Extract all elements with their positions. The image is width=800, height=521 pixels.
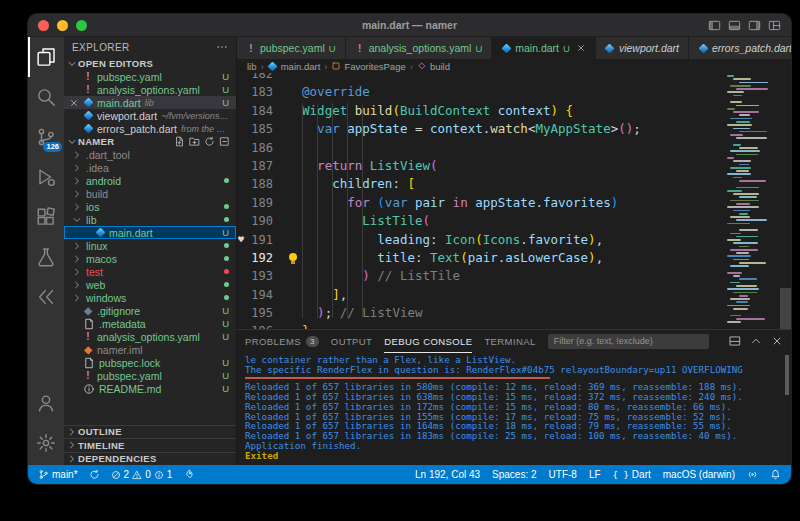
line-number[interactable]: 190 [237,212,281,230]
line-number[interactable]: 193 [237,267,281,285]
panel-scrollbar-thumb[interactable] [785,355,789,395]
os-indicator[interactable]: macOS (darwin) [663,469,735,480]
open-editor-item[interactable]: errors_patch.dart from the SDK [64,122,236,135]
problems-status[interactable]: 2 0 1 [111,469,173,480]
project-header[interactable]: NAMER [64,135,236,148]
breadcrumb-main.dart[interactable]: main.dart [268,61,321,72]
code-line[interactable]: @override [287,83,791,101]
tab-main.dart[interactable]: main.dart U [492,37,596,59]
open-editor-item[interactable]: ! pubspec.yaml U [64,70,236,83]
customize-layout-icon[interactable] [768,19,781,32]
code-content[interactable]: @override Widget build(BuildContext cont… [281,73,791,329]
minimap[interactable] [727,73,779,329]
panel-tab-output[interactable]: OUTPUT [331,330,372,353]
activity-files-icon[interactable] [28,37,64,77]
tree-item-.metadata[interactable]: .metadata U [64,317,236,330]
editor-scrollbar-thumb[interactable] [780,288,791,329]
line-number[interactable]: 188 [237,175,281,193]
tree-item-lib[interactable]: lib [64,213,236,226]
feedback-icon[interactable] [747,469,758,480]
tree-item-.idea[interactable]: .idea [64,161,236,174]
more-actions-icon[interactable] [216,41,228,53]
activity-run-debug-icon[interactable] [28,157,64,197]
tab-analysis_options.yaml[interactable]: ! analysis_options.yaml U [346,37,493,59]
line-number[interactable]: 187 [237,157,281,175]
line-number[interactable]: 185 [237,120,281,138]
tree-item-ios[interactable]: ios [64,200,236,213]
tree-item-namer.iml[interactable]: ◆ namer.iml [64,343,236,356]
breadcrumb-lib[interactable]: lib [247,61,257,72]
activity-settings-gear-icon[interactable] [28,423,64,463]
close-icon[interactable] [69,98,79,108]
tree-item-analysis_options.yaml[interactable]: ! analysis_options.yaml U [64,330,236,343]
tree-item-android[interactable]: android [64,174,236,187]
tree-item-.dart_tool[interactable]: .dart_tool [64,148,236,161]
filter-input[interactable]: Filter (e.g. text, !exclude) [548,334,709,349]
tree-item-main.dart[interactable]: main.dart U [64,226,236,239]
breadcrumb-build[interactable]: build [417,61,450,72]
activity-flutter-inspector-icon[interactable] [28,277,64,317]
tree-item-macos[interactable]: macos [64,252,236,265]
line-number[interactable]: 183 [237,83,281,101]
refresh-icon[interactable] [204,136,215,147]
close-window-button[interactable] [38,20,49,31]
activity-extensions-icon[interactable] [28,197,64,237]
open-editor-item[interactable]: main.dart lib U [64,96,236,109]
panel-tab-terminal[interactable]: TERMINAL [484,330,535,353]
panel-tab-problems[interactable]: PROBLEMS 3 [245,330,319,353]
section-outline[interactable]: OUTLINE [64,425,236,439]
encoding[interactable]: UTF-8 [549,469,577,480]
tree-item-linux[interactable]: linux [64,239,236,252]
line-number[interactable]: 195 [237,304,281,322]
maximize-panel-icon[interactable] [750,335,762,347]
tree-item-build[interactable]: build [64,187,236,200]
tree-item-pubspec.lock[interactable]: pubspec.lock U [64,356,236,369]
tree-item-.gitignore[interactable]: ◆ .gitignore U [64,304,236,317]
git-branch-status[interactable]: main* [38,469,78,480]
panel-layout-icon[interactable] [729,335,741,347]
line-number[interactable]: ♥191 [237,231,281,249]
tree-item-README.md[interactable]: README.md U [64,382,236,395]
code-editor[interactable]: 182 183 184 185 186 187 188 189 190 ♥191… [237,73,791,329]
line-number[interactable]: 194 [237,286,281,304]
zoom-window-button[interactable] [76,20,87,31]
line-number[interactable]: 182 [237,73,281,83]
toggle-sidebar-icon[interactable] [708,19,721,32]
activity-source-control-icon[interactable]: 126 [28,117,64,157]
minimize-window-button[interactable] [57,20,68,31]
line-number[interactable]: 184 [237,102,281,120]
tab-errors_patch.dart[interactable]: errors_patch.dart [689,37,791,59]
eol-sequence[interactable]: LF [589,469,601,480]
open-editor-item[interactable]: viewport.dart ~/fvm/versions/stable/pack… [64,109,236,122]
toggle-panel-icon[interactable] [728,19,741,32]
line-number[interactable]: 189 [237,194,281,212]
close-icon[interactable] [576,43,586,53]
bell-icon[interactable] [770,469,781,480]
section-dependencies[interactable]: DEPENDENCIES [64,452,236,466]
tree-item-web[interactable]: web [64,278,236,291]
cursor-position[interactable]: Ln 192, Col 43 [415,469,480,480]
devtools-icon[interactable] [183,469,194,480]
tab-pubspec.yaml[interactable]: ! pubspec.yaml U [237,37,346,59]
sync-icon[interactable] [89,469,100,480]
line-number[interactable]: 186 [237,139,281,157]
tree-item-pubspec.yaml[interactable]: ! pubspec.yaml U [64,369,236,382]
new-file-icon[interactable] [174,136,185,147]
tree-item-test[interactable]: test [64,265,236,278]
toggle-secondary-sidebar-icon[interactable] [748,19,761,32]
language-mode[interactable]: { } Dart [613,469,651,480]
open-editor-item[interactable]: ! analysis_options.yaml U [64,83,236,96]
open-editors-header[interactable]: OPEN EDITORS [64,57,236,70]
activity-testing-icon[interactable] [28,237,64,277]
indentation[interactable]: Spaces: 2 [492,469,536,480]
panel-tab-debug-console[interactable]: DEBUG CONSOLE [384,330,472,353]
section-timeline[interactable]: TIMELINE [64,438,236,452]
lightbulb-icon[interactable] [289,253,297,264]
tree-item-windows[interactable]: windows [64,291,236,304]
activity-search-icon[interactable] [28,77,64,117]
collapse-all-icon[interactable] [219,136,230,147]
new-folder-icon[interactable] [189,136,200,147]
code-line[interactable] [287,73,791,83]
tab-viewport.dart[interactable]: viewport.dart [596,37,689,59]
breadcrumb-FavoritesPage[interactable]: FavoritesPage [331,61,405,72]
